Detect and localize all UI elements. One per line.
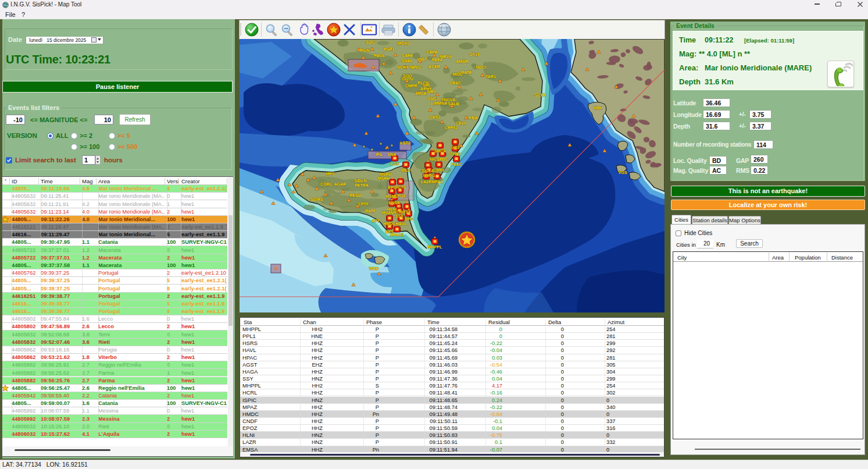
svg-text:WDD: WDD bbox=[369, 267, 379, 271]
svg-text:MHPPL: MHPPL bbox=[428, 245, 442, 249]
svg-text:CPP52: CPP52 bbox=[445, 126, 458, 130]
svg-text:SPDC: SPDC bbox=[437, 157, 448, 161]
svg-text:PSR1: PSR1 bbox=[384, 47, 394, 51]
svg-text:MOXO: MOXO bbox=[398, 41, 410, 45]
svg-text:VULT: VULT bbox=[417, 57, 427, 61]
svg-text:SALB: SALB bbox=[448, 102, 459, 106]
svg-text:ARCE: ARCE bbox=[415, 91, 427, 95]
svg-text:PAOL: PAOL bbox=[374, 54, 386, 58]
svg-text:MSPH: MSPH bbox=[378, 176, 390, 180]
svg-text:SSY: SSY bbox=[395, 214, 403, 218]
svg-text:AVT: AVT bbox=[372, 219, 380, 223]
svg-text:SMCA: SMCA bbox=[434, 149, 446, 153]
svg-text:PIGN: PIGN bbox=[359, 48, 369, 52]
svg-text:CPTF: CPTF bbox=[358, 202, 369, 206]
svg-text:CAPA: CAPA bbox=[426, 50, 437, 54]
svg-text:AGAR: AGAR bbox=[334, 182, 347, 186]
svg-text:CHF2: CHF2 bbox=[450, 152, 460, 156]
svg-text:AMUR: AMUR bbox=[456, 59, 469, 63]
svg-text:NOCI: NOCI bbox=[476, 65, 486, 69]
svg-text:LIMMNA: LIMMNA bbox=[431, 101, 447, 105]
svg-text:SNAL: SNAL bbox=[401, 59, 413, 63]
svg-text:MIL2: MIL2 bbox=[401, 168, 410, 172]
svg-text:RESU: RESU bbox=[349, 193, 360, 197]
svg-text:MPAZ: MPAZ bbox=[431, 180, 443, 184]
svg-text:GUTU: GUTU bbox=[402, 77, 413, 81]
svg-text:PLAC: PLAC bbox=[451, 162, 462, 166]
svg-text:SCIAS: SCIAS bbox=[310, 197, 323, 201]
svg-text:SIRI: SIRI bbox=[427, 90, 435, 94]
svg-text:DNA: DNA bbox=[387, 152, 396, 157]
svg-text:HVZN: HVZN bbox=[382, 211, 393, 215]
svg-text:OPPI: OPPI bbox=[434, 168, 444, 172]
svg-text:PAEZ: PAEZ bbox=[432, 58, 443, 62]
svg-text:CAFE: CAFE bbox=[402, 54, 413, 58]
svg-text:SICLA: SICLA bbox=[422, 169, 434, 173]
svg-text:PETRA: PETRA bbox=[355, 183, 369, 187]
svg-text:ACER: ACER bbox=[428, 65, 440, 69]
svg-text:RSML: RSML bbox=[386, 194, 398, 198]
svg-text:TAR1: TAR1 bbox=[485, 74, 496, 79]
svg-text:MIDL: MIDL bbox=[452, 72, 463, 76]
svg-text:CMPR: CMPR bbox=[405, 84, 417, 88]
svg-text:OT19: OT19 bbox=[469, 52, 480, 56]
svg-text:PBA: PBA bbox=[469, 116, 478, 120]
svg-text:CET2: CET2 bbox=[430, 115, 440, 119]
svg-text:HMDC: HMDC bbox=[384, 222, 396, 226]
svg-text:RATF: RATF bbox=[365, 209, 376, 213]
svg-text:NCKY: NCKY bbox=[397, 65, 409, 69]
svg-text:LAZR: LAZR bbox=[421, 180, 432, 184]
svg-text:MPS: MPS bbox=[326, 172, 335, 176]
svg-text:IFIL: IFIL bbox=[376, 152, 383, 157]
svg-text:MSPU: MSPU bbox=[380, 172, 391, 176]
svg-text:HPAC1: HPAC1 bbox=[390, 233, 403, 237]
svg-text:LOS: LOS bbox=[391, 162, 399, 166]
svg-text:EPO: EPO bbox=[388, 186, 397, 190]
svg-text:VGS: VGS bbox=[619, 170, 627, 175]
svg-text:ENSA: ENSA bbox=[388, 201, 399, 205]
svg-text:GR3: GR3 bbox=[451, 145, 460, 150]
svg-text:KRK: KRK bbox=[593, 106, 602, 110]
svg-text:CELI: CELI bbox=[456, 121, 465, 125]
svg-text:CUC2: CUC2 bbox=[427, 97, 438, 101]
svg-text:NRLC: NRLC bbox=[410, 65, 421, 69]
svg-text:MMN1: MMN1 bbox=[423, 173, 435, 177]
svg-text:DPS: DPS bbox=[405, 217, 413, 221]
svg-text:SCTR: SCTR bbox=[534, 93, 545, 97]
svg-text:TST: TST bbox=[403, 210, 411, 214]
svg-text:LST2: LST2 bbox=[400, 141, 410, 145]
svg-text:SIDLN: SIDLN bbox=[355, 179, 367, 183]
svg-text:CRAC: CRAC bbox=[449, 81, 461, 85]
svg-text:SOG: SOG bbox=[366, 40, 375, 44]
svg-text:NIC: NIC bbox=[430, 157, 437, 161]
svg-text:HAVL: HAVL bbox=[396, 222, 407, 226]
svg-text:CORL: CORL bbox=[320, 182, 333, 186]
